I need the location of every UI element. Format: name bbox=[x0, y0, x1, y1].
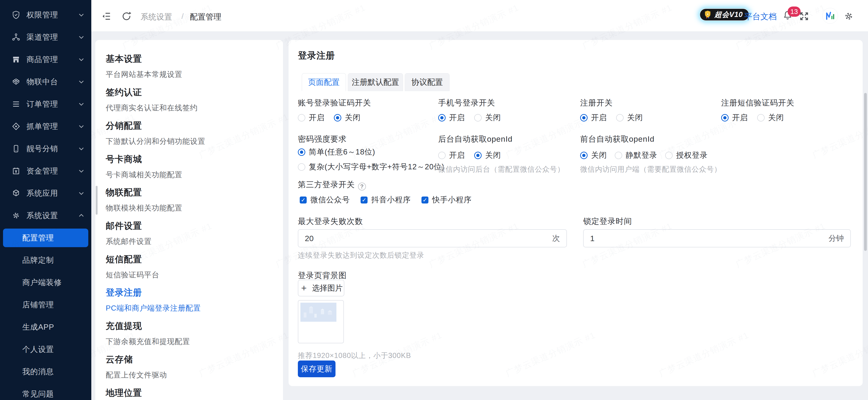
radio-option[interactable]: 关闭 bbox=[474, 113, 501, 123]
radio-option[interactable]: 开启 bbox=[721, 113, 748, 123]
sidebar-subitem-messages[interactable]: 我的消息 bbox=[0, 361, 91, 383]
sidebar-item-grab-orders[interactable]: 抓单管理 bbox=[0, 115, 91, 137]
radio-icon[interactable] bbox=[615, 152, 622, 159]
sidebar-item-funds[interactable]: 资金管理 bbox=[0, 160, 91, 182]
tab-page-config[interactable]: 页面配置 bbox=[302, 73, 346, 91]
vip-badge[interactable]: 超会V10 bbox=[700, 8, 749, 21]
fullscreen-icon[interactable] bbox=[799, 11, 809, 21]
sidebar-subitem-config[interactable]: 配置管理 bbox=[0, 227, 91, 249]
panel-scrollbar-thumb[interactable] bbox=[96, 186, 98, 215]
radio-option[interactable]: 授权登录 bbox=[665, 150, 708, 160]
radio-icon[interactable] bbox=[438, 152, 445, 159]
radio-option[interactable]: 关闭 bbox=[580, 150, 607, 160]
tab-register-default-config[interactable]: 注册默认配置 bbox=[348, 73, 403, 91]
radio-option[interactable]: 开启 bbox=[438, 113, 465, 123]
category-basic[interactable]: 基本设置 平台网站基本常规设置 bbox=[106, 53, 273, 80]
avatar[interactable] bbox=[822, 8, 838, 24]
platform-docs-link[interactable]: 平台文档 bbox=[744, 11, 777, 22]
gear-icon[interactable] bbox=[844, 11, 854, 21]
network-icon bbox=[11, 33, 21, 41]
sidebar-subitem-generate-app[interactable]: 生成APP bbox=[0, 316, 91, 338]
checkbox-checked-icon[interactable]: ✓ bbox=[422, 196, 428, 204]
radio-icon[interactable] bbox=[298, 114, 305, 122]
breadcrumb-parent[interactable]: 系统设置 bbox=[141, 11, 172, 22]
tab-agreement-config[interactable]: 协议配置 bbox=[405, 73, 450, 91]
checkbox-option[interactable]: ✓微信公众号 bbox=[300, 195, 350, 205]
chevron-down-icon bbox=[78, 123, 85, 130]
sidebar-item-products[interactable]: 商品管理 bbox=[0, 48, 91, 71]
radio-group-register-switch: 开启 关闭 bbox=[580, 113, 643, 123]
sidebar-item-permissions[interactable]: 权限管理 bbox=[0, 4, 91, 26]
help-icon[interactable]: ? bbox=[358, 183, 366, 190]
checkbox-checked-icon[interactable]: ✓ bbox=[361, 196, 368, 204]
radio-icon[interactable] bbox=[757, 114, 765, 122]
plus-icon: ＋ bbox=[300, 283, 308, 292]
sidebar-subitem-merchant-decor[interactable]: 商户端装修 bbox=[0, 271, 91, 294]
radio-option[interactable]: 关闭 bbox=[616, 113, 643, 123]
radio-icon[interactable] bbox=[474, 114, 482, 122]
radio-icon[interactable] bbox=[665, 152, 673, 159]
checkbox-option[interactable]: ✓抖音小程序 bbox=[361, 195, 411, 205]
radio-option[interactable]: 关闭 bbox=[474, 150, 501, 160]
radio-icon[interactable] bbox=[334, 114, 341, 122]
login-register-settings-card: 登录注册 页面配置 注册默认配置 协议配置 账号登录验证码开关 开启 关闭 手机… bbox=[288, 40, 863, 386]
category-iot[interactable]: 物联配置 物联模块相关功能配置 bbox=[106, 187, 273, 213]
sidebar-subitem-shop[interactable]: 店铺管理 bbox=[0, 294, 91, 316]
radio-option[interactable]: 简单(任意6～18位) bbox=[298, 147, 375, 157]
radio-icon[interactable] bbox=[438, 114, 445, 122]
checkbox-group-third-party: ✓微信公众号 ✓抖音小程序 ✓快手小程序 bbox=[300, 195, 472, 205]
radio-icon[interactable] bbox=[298, 163, 305, 171]
phone-icon bbox=[11, 144, 21, 153]
category-geolocation[interactable]: 地理位置 bbox=[106, 387, 273, 399]
category-sms[interactable]: 短信配置 短信验证码平台 bbox=[106, 253, 273, 280]
radio-group-register-sms: 开启 关闭 bbox=[721, 113, 784, 123]
app-cube-icon bbox=[11, 189, 21, 198]
max-fail-input[interactable]: 20 次 bbox=[298, 229, 567, 247]
sidebar-item-number-distribution[interactable]: 靓号分销 bbox=[0, 137, 91, 160]
sidebar-item-iot[interactable]: 物联中台 bbox=[0, 71, 91, 93]
radio-icon[interactable] bbox=[580, 114, 588, 122]
sidebar-item-orders[interactable]: 订单管理 bbox=[0, 93, 91, 115]
sidebar-item-system-apps[interactable]: 系统应用 bbox=[0, 182, 91, 205]
checkbox-checked-icon[interactable]: ✓ bbox=[300, 196, 307, 204]
checkbox-option[interactable]: ✓快手小程序 bbox=[422, 195, 472, 205]
radio-group-mobile-login: 开启 关闭 bbox=[438, 113, 501, 123]
page-scrollbar-thumb[interactable] bbox=[864, 93, 867, 251]
category-cloud-storage[interactable]: 云存储 配置上传文件驱动 bbox=[106, 353, 273, 380]
save-button[interactable]: 保存更新 bbox=[298, 361, 336, 377]
page-title: 登录注册 bbox=[298, 49, 335, 62]
sidebar-item-channels[interactable]: 渠道管理 bbox=[0, 26, 91, 48]
category-card-mall[interactable]: 号卡商城 号卡商城相关功能配置 bbox=[106, 153, 273, 180]
radio-icon[interactable] bbox=[721, 114, 728, 122]
radio-option[interactable]: 静默登录 bbox=[615, 150, 657, 160]
radio-option[interactable]: 复杂(大小写字母+数字+符号12～20位) bbox=[298, 162, 444, 172]
sidebar-subitem-faq[interactable]: 常见问题 bbox=[0, 383, 91, 400]
sidebar-subitem-personal[interactable]: 个人设置 bbox=[0, 338, 91, 361]
category-sign-auth[interactable]: 签约认证 代理商实名认证和在线签约 bbox=[106, 86, 273, 113]
chevron-down-icon bbox=[78, 100, 85, 107]
breadcrumb-separator: / bbox=[182, 11, 184, 21]
radio-option[interactable]: 开启 bbox=[298, 113, 324, 123]
radio-icon[interactable] bbox=[298, 148, 305, 156]
radio-option[interactable]: 关闭 bbox=[334, 113, 361, 123]
sidebar-subitem-branding[interactable]: 品牌定制 bbox=[0, 249, 91, 271]
category-recharge-withdraw[interactable]: 充值提现 下游余额充值和提现配置 bbox=[106, 320, 273, 347]
breadcrumb-current: 配置管理 bbox=[190, 11, 221, 22]
bg-image-thumbnail[interactable] bbox=[298, 300, 344, 343]
sidebar-item-system-settings[interactable]: 系统设置 bbox=[0, 205, 91, 227]
category-login-register[interactable]: 登录注册 PC端和商户端登录注册配置 bbox=[106, 287, 273, 313]
choose-image-button[interactable]: ＋ 选择图片 bbox=[298, 280, 344, 297]
refresh-icon[interactable] bbox=[121, 11, 131, 21]
radio-icon[interactable] bbox=[580, 152, 588, 159]
radio-option[interactable]: 关闭 bbox=[757, 113, 784, 123]
radio-option[interactable]: 开启 bbox=[438, 150, 465, 160]
notifications[interactable]: 13 bbox=[782, 10, 793, 21]
radio-icon[interactable] bbox=[616, 114, 624, 122]
radio-option[interactable]: 开启 bbox=[580, 113, 607, 123]
radio-icon[interactable] bbox=[474, 152, 482, 159]
collapse-sidebar-icon[interactable] bbox=[101, 11, 111, 21]
field-label-register-sms: 注册短信验证码开关 bbox=[721, 98, 794, 108]
category-mail[interactable]: 邮件设置 系统邮件设置 bbox=[106, 220, 273, 247]
category-distribution[interactable]: 分销配置 下游默认分润和分销功能设置 bbox=[106, 120, 273, 147]
lock-time-input[interactable]: 1 分钟 bbox=[583, 229, 851, 247]
